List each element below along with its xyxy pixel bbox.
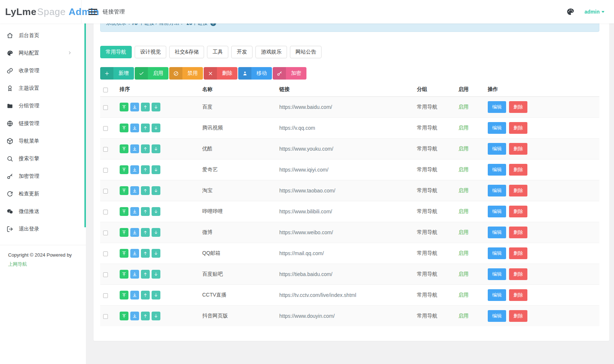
enable-button[interactable]: 启用 <box>135 67 168 80</box>
sidebar-item-folder[interactable]: 分组管理 <box>0 97 86 115</box>
row-checkbox[interactable] <box>103 314 108 319</box>
row-checkbox[interactable] <box>103 272 108 277</box>
sort-down-button[interactable] <box>152 186 160 195</box>
sort-down-button[interactable] <box>152 207 160 216</box>
sort-up-button[interactable] <box>141 228 150 237</box>
sidebar-item-globe[interactable]: 链接管理 <box>0 115 86 132</box>
sort-top-button[interactable] <box>120 186 128 195</box>
edit-button[interactable]: 编辑 <box>488 122 506 134</box>
category-tab[interactable]: 常用导航 <box>100 46 132 58</box>
disable-button[interactable]: 禁用 <box>169 67 203 80</box>
sort-top-button[interactable] <box>120 312 128 320</box>
add-button[interactable]: 新增 <box>100 67 134 80</box>
edit-button[interactable]: 编辑 <box>488 206 506 217</box>
sort-bottom-button[interactable] <box>130 312 139 320</box>
sort-up-button[interactable] <box>141 312 150 320</box>
sort-down-button[interactable] <box>152 165 160 174</box>
row-checkbox[interactable] <box>103 126 108 131</box>
sort-bottom-button[interactable] <box>130 291 139 299</box>
edit-button[interactable]: 编辑 <box>488 289 506 301</box>
sidebar-item-wechat[interactable]: 微信推送 <box>0 203 86 220</box>
category-tab[interactable]: 设计视觉 <box>135 46 166 58</box>
delete-button[interactable]: 删除 <box>509 101 527 113</box>
sort-top-button[interactable] <box>120 207 128 216</box>
edit-button[interactable]: 编辑 <box>488 310 506 322</box>
sort-bottom-button[interactable] <box>130 186 139 195</box>
delete-button[interactable]: 删除 <box>509 268 527 280</box>
row-checkbox[interactable] <box>103 105 108 110</box>
sort-bottom-button[interactable] <box>130 207 139 216</box>
sidebar-item-key[interactable]: 加密管理 <box>0 168 86 185</box>
row-checkbox[interactable] <box>103 251 108 256</box>
copyright-link[interactable]: 上网导航 <box>8 261 27 268</box>
sort-top-button[interactable] <box>120 291 128 299</box>
sort-top-button[interactable] <box>120 228 128 237</box>
row-checkbox[interactable] <box>103 147 108 152</box>
category-tab[interactable]: 游戏娱乐 <box>255 46 287 58</box>
sort-up-button[interactable] <box>141 165 150 174</box>
sort-bottom-button[interactable] <box>130 249 139 258</box>
edit-button[interactable]: 编辑 <box>488 268 506 280</box>
sidebar-item-palette[interactable]: 网站配置 <box>0 44 86 62</box>
sort-top-button[interactable] <box>120 103 128 111</box>
sort-bottom-button[interactable] <box>130 165 139 174</box>
sort-top-button[interactable] <box>120 124 128 132</box>
sort-up-button[interactable] <box>141 186 150 195</box>
sort-top-button[interactable] <box>120 144 128 153</box>
delete-button[interactable]: 删除 <box>509 206 527 217</box>
row-checkbox[interactable] <box>103 231 108 235</box>
sidebar-item-package[interactable]: 导航菜单 <box>0 132 86 150</box>
move-button[interactable]: 移动 <box>238 67 272 80</box>
sidebar-item-refresh[interactable]: 检查更新 <box>0 185 86 203</box>
encrypt-button[interactable]: 加密 <box>273 67 306 80</box>
delete-button[interactable]: 删除 <box>509 185 527 196</box>
sort-down-button[interactable] <box>152 103 160 111</box>
sort-up-button[interactable] <box>141 103 150 111</box>
sort-up-button[interactable] <box>141 207 150 216</box>
edit-button[interactable]: 编辑 <box>488 247 506 259</box>
edit-button[interactable]: 编辑 <box>488 101 506 113</box>
edit-button[interactable]: 编辑 <box>488 164 506 176</box>
sort-up-button[interactable] <box>141 270 150 279</box>
delete-button[interactable]: 删除 <box>204 67 237 80</box>
delete-button[interactable]: 删除 <box>509 143 527 155</box>
row-checkbox[interactable] <box>103 210 108 214</box>
sort-top-button[interactable] <box>120 165 128 174</box>
sidebar-scrollbar[interactable] <box>84 23 86 227</box>
sidebar-item-award[interactable]: 主题设置 <box>0 80 86 97</box>
sort-up-button[interactable] <box>141 249 150 258</box>
sort-down-button[interactable] <box>152 312 160 320</box>
edit-button[interactable]: 编辑 <box>488 227 506 238</box>
sort-up-button[interactable] <box>141 124 150 132</box>
delete-button[interactable]: 删除 <box>509 122 527 134</box>
delete-button[interactable]: 删除 <box>509 247 527 259</box>
sort-bottom-button[interactable] <box>130 103 139 111</box>
delete-button[interactable]: 删除 <box>509 310 527 322</box>
sort-down-button[interactable] <box>152 291 160 299</box>
row-checkbox[interactable] <box>103 293 108 298</box>
sort-down-button[interactable] <box>152 270 160 279</box>
menu-toggle-button[interactable] <box>88 9 97 15</box>
sort-down-button[interactable] <box>152 124 160 132</box>
category-tab[interactable]: 工具 <box>207 46 228 58</box>
sort-top-button[interactable] <box>120 270 128 279</box>
sidebar-item-search[interactable]: 搜索引擎 <box>0 150 86 168</box>
delete-button[interactable]: 删除 <box>509 289 527 301</box>
select-all-checkbox[interactable] <box>103 88 108 92</box>
category-tab[interactable]: 网站公告 <box>290 46 321 58</box>
theme-palette-button[interactable] <box>566 8 574 16</box>
edit-button[interactable]: 编辑 <box>488 185 506 196</box>
sort-up-button[interactable] <box>141 144 150 153</box>
sort-down-button[interactable] <box>152 249 160 258</box>
sort-bottom-button[interactable] <box>130 144 139 153</box>
category-tab[interactable]: 社交&存储 <box>169 46 204 58</box>
sidebar-item-logout[interactable]: 退出登录 <box>0 220 86 238</box>
edit-button[interactable]: 编辑 <box>488 143 506 155</box>
sort-down-button[interactable] <box>152 144 160 153</box>
sidebar-item-link[interactable]: 收录管理 <box>0 62 86 80</box>
row-checkbox[interactable] <box>103 189 108 194</box>
sort-up-button[interactable] <box>141 291 150 299</box>
sort-bottom-button[interactable] <box>130 270 139 279</box>
category-tab[interactable]: 开发 <box>231 46 252 58</box>
sort-bottom-button[interactable] <box>130 124 139 132</box>
